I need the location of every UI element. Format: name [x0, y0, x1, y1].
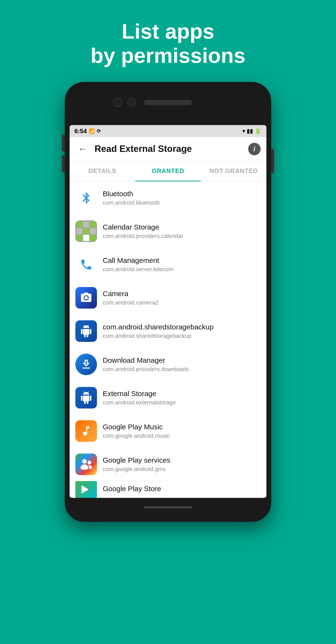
tab-not-granted-label: NOT GRANTED: [209, 167, 258, 174]
header-line2: by permissions: [90, 44, 246, 67]
app-name: Google Play Store: [103, 485, 261, 493]
app-info: Camera com.android.camera2: [103, 290, 261, 306]
app-package: com.google.android.gms: [103, 466, 261, 472]
app-name: Calendar Storage: [103, 223, 261, 231]
tab-granted[interactable]: GRANTED: [135, 161, 201, 181]
app-list: Bluetooth com.android.bluetooth: [70, 181, 266, 498]
list-item[interactable]: Call Management com.android.server.telec…: [70, 248, 266, 281]
phone-notch: [70, 87, 266, 125]
download-app-icon: [75, 354, 97, 375]
front-camera2: [127, 98, 136, 106]
app-package: com.android.providers.downloads: [103, 366, 261, 372]
app-info: External Storage com.android.externalsto…: [103, 390, 261, 406]
app-info: Calendar Storage com.android.providers.c…: [103, 223, 261, 239]
app-name: Download Manager: [103, 356, 261, 364]
tab-granted-label: GRANTED: [152, 167, 184, 174]
app-info: Call Management com.android.server.telec…: [103, 256, 261, 273]
tab-details-label: DETAILS: [89, 167, 116, 174]
app-name: External Storage: [103, 390, 261, 398]
power-button: [271, 149, 274, 173]
list-item[interactable]: Calendar Storage com.android.providers.c…: [70, 215, 266, 248]
external-storage-app-icon: [75, 387, 97, 408]
back-button[interactable]: ←: [75, 141, 90, 157]
play-services-app-icon: [75, 454, 97, 475]
camera-app-icon: [75, 287, 97, 308]
app-name: com.android.sharedstoragebackup: [103, 323, 261, 331]
bluetooth-app-icon: [75, 187, 97, 209]
list-item[interactable]: Camera com.android.camera2: [70, 281, 266, 314]
list-item[interactable]: Google Play Music com.google.android.mus…: [70, 414, 266, 448]
play-store-app-icon: [75, 481, 97, 498]
home-indicator: [144, 506, 192, 508]
app-name: Bluetooth: [103, 190, 261, 198]
app-package: com.google.android.music: [103, 432, 261, 439]
app-name: Call Management: [103, 256, 261, 264]
tabs-bar: DETAILS GRANTED NOT GRANTED: [70, 161, 266, 181]
app-package: com.android.sharedstoragebackup: [103, 332, 261, 339]
app-package: com.android.bluetooth: [103, 199, 261, 206]
tab-details[interactable]: DETAILS: [70, 161, 135, 181]
status-bar: 6:54 📶 ⟳ ▾ ▮▮ 🔋: [70, 125, 266, 137]
calendar-app-icon: [75, 220, 97, 242]
list-item[interactable]: com.android.sharedstoragebackup com.andr…: [70, 314, 266, 348]
app-package: com.android.server.telecom: [103, 266, 261, 273]
volume-up-button: [62, 135, 65, 152]
battery-icon: 🔋: [254, 128, 262, 134]
app-info: Bluetooth com.android.bluetooth: [103, 190, 261, 206]
phone-bottom: [70, 498, 266, 517]
list-item[interactable]: Bluetooth com.android.bluetooth: [70, 181, 266, 215]
list-item[interactable]: Google Play Store: [70, 481, 266, 498]
shared-storage-app-icon: [75, 320, 97, 342]
app-info: Google Play Music com.google.android.mus…: [103, 423, 261, 439]
play-music-app-icon: [75, 420, 97, 442]
app-package: com.android.externalstorage: [103, 399, 261, 406]
app-info: Download Manager com.android.providers.d…: [103, 356, 261, 372]
page-title: Read External Storage: [95, 144, 243, 154]
app-info: Google Play Store: [103, 485, 261, 494]
volume-down-button: [62, 155, 65, 172]
signal-icon: 📶: [89, 128, 95, 134]
volume-buttons: [62, 135, 65, 172]
call-app-icon: [75, 254, 97, 275]
app-package: com.android.providers.calendar: [103, 233, 261, 239]
phone-screen: 6:54 📶 ⟳ ▾ ▮▮ 🔋 ← Read External Storage …: [70, 125, 266, 498]
list-item[interactable]: Download Manager com.android.providers.d…: [70, 348, 266, 381]
status-left: 6:54 📶 ⟳: [74, 128, 101, 135]
signal-bars-icon: ▮▮: [247, 128, 253, 134]
phone-container: 6:54 📶 ⟳ ▾ ▮▮ 🔋 ← Read External Storage …: [65, 82, 271, 522]
tab-not-granted[interactable]: NOT GRANTED: [201, 161, 266, 181]
app-info: Google Play services com.google.android.…: [103, 456, 261, 472]
front-camera: [113, 98, 122, 107]
app-name: Google Play Music: [103, 423, 261, 431]
wifi-icon: ▾: [242, 128, 245, 134]
info-button[interactable]: i: [248, 143, 261, 155]
app-name: Camera: [103, 290, 261, 298]
list-item[interactable]: Google Play services com.google.android.…: [70, 448, 266, 481]
app-bar: ← Read External Storage i: [70, 137, 266, 161]
header-text: List apps by permissions: [90, 19, 246, 68]
app-info: com.android.sharedstoragebackup com.andr…: [103, 323, 261, 339]
list-item[interactable]: External Storage com.android.externalsto…: [70, 381, 266, 414]
sync-icon: ⟳: [97, 128, 101, 134]
phone-speaker: [144, 100, 192, 105]
header-line1: List apps: [122, 20, 214, 43]
app-name: Google Play services: [103, 456, 261, 464]
status-right: ▾ ▮▮ 🔋: [242, 128, 262, 134]
status-time: 6:54: [74, 128, 87, 135]
info-icon-label: i: [253, 145, 255, 153]
app-package: com.android.camera2: [103, 299, 261, 306]
